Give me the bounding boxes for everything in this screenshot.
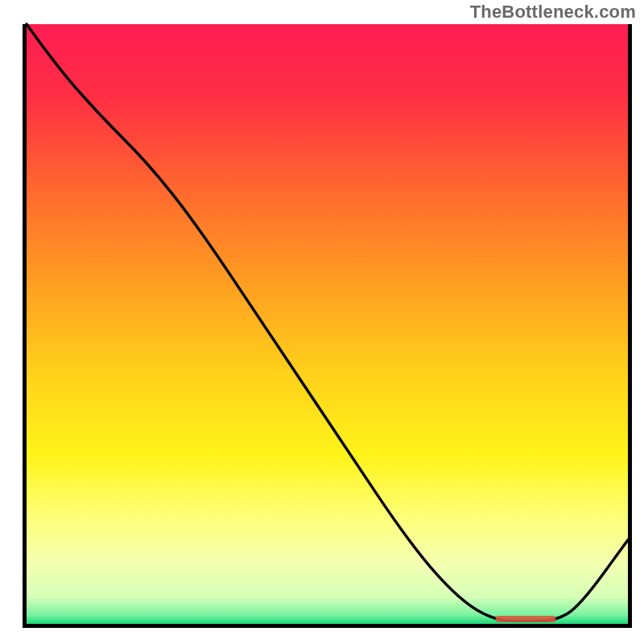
watermark-text: TheBottleneck.com [470, 2, 636, 23]
marker-band [496, 616, 556, 622]
plot-background [27, 24, 628, 624]
chart-container: TheBottleneck.com [0, 0, 644, 644]
line-chart [0, 0, 644, 644]
